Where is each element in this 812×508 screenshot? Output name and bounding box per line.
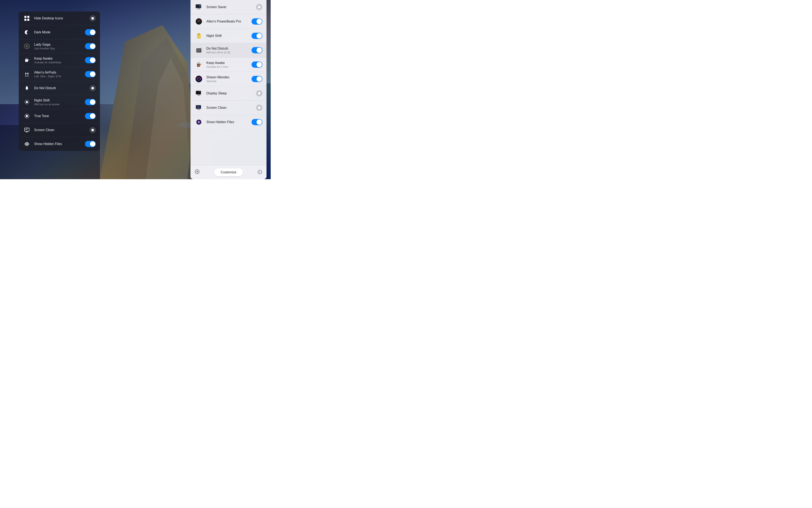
hide-desktop-icons-toggle[interactable] bbox=[90, 15, 96, 22]
screen-clean-light-toggle[interactable] bbox=[256, 104, 262, 111]
allens-airpods-text: Allen's AirPods Left: 58% - Right: 67% bbox=[34, 71, 82, 78]
screen-saver-icon bbox=[195, 3, 203, 11]
shawn-mendes-subtitle: Señorita bbox=[206, 80, 248, 83]
svg-rect-11 bbox=[25, 19, 27, 21]
svg-point-68 bbox=[198, 78, 200, 80]
show-hidden-light-toggle[interactable] bbox=[251, 119, 262, 125]
dnd-toggle-knob bbox=[91, 87, 94, 89]
svg-point-50 bbox=[200, 5, 201, 6]
customize-button[interactable]: Customize bbox=[214, 168, 243, 176]
display-sleep-toggle[interactable] bbox=[256, 90, 262, 96]
night-shift-light-toggle[interactable] bbox=[251, 33, 262, 39]
dark-mode-toggle[interactable] bbox=[85, 29, 96, 35]
powerbeats-icon bbox=[195, 17, 203, 26]
allens-airpods-toggle[interactable] bbox=[85, 71, 96, 77]
display-sleep-icon bbox=[195, 89, 203, 97]
hide-desktop-icons-title: Hide Desktop Icons bbox=[34, 16, 86, 20]
do-not-disturb-text: Do Not Disturb bbox=[34, 86, 86, 90]
svg-rect-9 bbox=[25, 16, 27, 18]
lady-gaga-icon bbox=[23, 42, 31, 50]
screen-clean-item: Screen Clean bbox=[19, 123, 100, 137]
show-hidden-files-toggle[interactable] bbox=[85, 141, 96, 147]
hide-desktop-icons-item: Hide Desktop Icons bbox=[19, 11, 100, 26]
night-shift-text: Night Shift Will turn on at sunset bbox=[34, 98, 82, 106]
true-tone-item: True Tone bbox=[19, 109, 100, 123]
screen-saver-toggle-knob bbox=[258, 6, 260, 8]
display-sleep-title: Display Sleep bbox=[206, 91, 253, 95]
night-shift-toggle[interactable] bbox=[85, 99, 96, 105]
shawn-mendes-toggle-knob bbox=[256, 76, 262, 82]
dark-mode-toggle-knob bbox=[90, 30, 95, 35]
do-not-disturb-item: Do Not Disturb bbox=[19, 81, 100, 95]
screen-clean-toggle-knob bbox=[91, 129, 94, 131]
show-hidden-light-text: Show Hidden Files bbox=[206, 120, 248, 124]
dnd-light-toggle[interactable] bbox=[251, 47, 262, 53]
svg-line-37 bbox=[25, 114, 26, 115]
moon-icon bbox=[23, 28, 31, 36]
allens-airpods-title: Allen's AirPods bbox=[34, 71, 82, 74]
lady-gaga-subtitle: Just Another Day bbox=[34, 47, 82, 50]
screen-clean-light-toggle-knob bbox=[258, 107, 260, 109]
show-hidden-files-text: Show Hidden Files bbox=[34, 142, 82, 146]
svg-line-31 bbox=[26, 103, 26, 104]
do-not-disturb-title: Do Not Disturb bbox=[34, 86, 86, 90]
allens-airpods-item: Allen's AirPods Left: 58% - Right: 67% bbox=[19, 67, 100, 81]
keep-awake-light-text: Keep Awake Activate for 1 hour bbox=[206, 61, 248, 68]
screen-clean-light-item: Screen Clean bbox=[191, 101, 267, 115]
powerbeats-toggle-knob bbox=[256, 19, 262, 24]
svg-line-39 bbox=[28, 114, 29, 115]
screen-saver-title: Screen Saver bbox=[206, 5, 253, 9]
display-sleep-item: Display Sleep bbox=[191, 86, 267, 101]
screen-saver-toggle[interactable] bbox=[256, 4, 262, 10]
airpods-icon bbox=[23, 70, 31, 78]
show-hidden-light-toggle-knob bbox=[256, 119, 262, 125]
keep-awake-light-item: Keep Awake Activate for 1 hour bbox=[191, 57, 267, 72]
lady-gaga-toggle[interactable] bbox=[85, 43, 96, 49]
night-shift-light-text: Night Shift bbox=[206, 34, 248, 38]
svg-line-38 bbox=[28, 117, 29, 118]
svg-rect-60 bbox=[196, 48, 201, 52]
powerbeats-title: Allen's PowerBeats Pro bbox=[206, 19, 248, 23]
gear-icon[interactable] bbox=[195, 169, 200, 175]
svg-rect-41 bbox=[25, 128, 29, 131]
true-tone-toggle[interactable] bbox=[85, 113, 96, 119]
svg-line-30 bbox=[28, 101, 29, 101]
show-hidden-light-icon bbox=[195, 118, 203, 126]
keep-awake-toggle[interactable] bbox=[85, 57, 96, 64]
night-shift-light-icon bbox=[195, 32, 203, 40]
dnd-light-title: Do Not Disturb bbox=[206, 47, 248, 50]
toggle-radio-knob bbox=[91, 17, 94, 19]
shawn-mendes-toggle[interactable] bbox=[251, 76, 262, 82]
shawn-mendes-title: Shawn Mendes bbox=[206, 76, 248, 79]
show-hidden-files-toggle-knob bbox=[90, 141, 95, 147]
svg-rect-10 bbox=[27, 16, 29, 18]
night-shift-toggle-knob bbox=[90, 99, 95, 105]
night-shift-light-title: Night Shift bbox=[206, 34, 248, 38]
svg-line-28 bbox=[26, 101, 26, 101]
true-tone-title: True Tone bbox=[34, 114, 82, 118]
night-shift-icon bbox=[23, 98, 31, 106]
svg-point-82 bbox=[198, 122, 199, 122]
power-icon[interactable] bbox=[257, 169, 262, 175]
svg-rect-70 bbox=[196, 91, 200, 94]
keep-awake-light-toggle[interactable] bbox=[251, 61, 262, 68]
bell-icon bbox=[23, 84, 31, 92]
dnd-light-subtitle: Will turn off at 12:32 bbox=[206, 51, 248, 54]
do-not-disturb-toggle[interactable] bbox=[90, 85, 96, 91]
svg-point-45 bbox=[27, 143, 27, 144]
night-shift-light-item: Night Shift bbox=[191, 29, 267, 43]
show-hidden-files-title: Show Hidden Files bbox=[34, 142, 82, 146]
powerbeats-item: Allen's PowerBeats Pro bbox=[191, 14, 267, 29]
screen-clean-toggle[interactable] bbox=[90, 127, 96, 133]
keep-awake-light-subtitle: Activate for 1 hour bbox=[206, 65, 248, 68]
show-hidden-light-title: Show Hidden Files bbox=[206, 120, 248, 124]
dnd-light-text: Do Not Disturb Will turn off at 12:32 bbox=[206, 47, 248, 54]
powerbeats-toggle[interactable] bbox=[251, 18, 262, 25]
night-shift-light-toggle-knob bbox=[256, 33, 262, 39]
svg-point-22 bbox=[27, 76, 29, 77]
screen-clean-light-title: Screen Clean bbox=[206, 106, 253, 110]
svg-point-59 bbox=[199, 35, 200, 36]
keep-awake-light-toggle-knob bbox=[256, 62, 262, 67]
show-hidden-icon bbox=[23, 140, 31, 148]
show-hidden-files-item: Show Hidden Files bbox=[19, 137, 100, 151]
